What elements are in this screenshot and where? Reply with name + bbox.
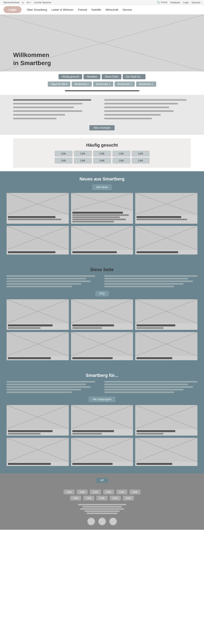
nav-ueber[interactable]: Über Smartberg	[27, 8, 47, 11]
link-row-1: Link Link Link Link Link	[20, 151, 184, 156]
footer: UP Link Link Link Link Link Link Link Li…	[0, 474, 204, 530]
show-all-wrap: Alles Anzeigen	[13, 125, 191, 130]
link-btn-8[interactable]: Link	[93, 158, 111, 164]
news-title-bar	[137, 251, 178, 253]
font-large-link[interactable]: A++	[27, 1, 31, 4]
card-sub-bar	[137, 433, 163, 434]
nav-wirtschaft[interactable]: Wirtschaft	[106, 8, 118, 11]
quicknav-aktuelles[interactable]: Aktuelles	[83, 74, 100, 79]
footer-link-10[interactable]: Link	[110, 496, 121, 500]
quicknav-bm2[interactable]: Bookmark 1	[93, 82, 113, 87]
login-link[interactable]: Login	[183, 1, 189, 4]
card-label-5	[71, 356, 133, 360]
footer-link-row-2: Link Link Link Link Link	[70, 496, 134, 500]
stadtplan-link[interactable]: Stadtplan	[170, 1, 180, 4]
link-btn-1[interactable]: Link	[55, 151, 72, 156]
news-card-image-2	[71, 193, 133, 210]
progress-bar	[65, 90, 139, 91]
quicknav-stadt[interactable]: Die Stadt für...	[123, 74, 146, 79]
text-lines-right	[104, 99, 191, 120]
sprache-link[interactable]: Sprache	[191, 1, 200, 4]
leichte-link[interactable]: Leichte Sprache	[34, 1, 51, 4]
quicknav-haeufig[interactable]: Häufig gesucht	[58, 74, 82, 79]
quicknav-bm1[interactable]: Bookmark 1	[72, 82, 92, 87]
text-lines-left	[13, 99, 100, 120]
top-bar: Barrierefreiheit a- A++ Leichte Sprache …	[0, 0, 204, 5]
card-img-3	[135, 299, 197, 323]
social-circle-2[interactable]	[98, 518, 106, 526]
diese-col-left	[7, 275, 100, 288]
link-btn-4[interactable]: Link	[113, 151, 130, 156]
logo[interactable]: Logo	[4, 6, 22, 13]
quicknav-tipps[interactable]: Tipps für Mich	[48, 82, 70, 87]
alle-news-button[interactable]: Alle News	[92, 184, 112, 190]
card-label-bar	[72, 463, 113, 465]
footer-link-1[interactable]: Link	[64, 490, 74, 494]
progress-bar-wrap	[0, 89, 204, 95]
card-img-2	[71, 299, 133, 323]
card-label-bar	[72, 430, 114, 432]
barriere-link[interactable]: Barrierefreiheit	[4, 1, 19, 4]
quicknav-diese[interactable]: Diese Seite	[102, 74, 121, 79]
news-section: Neues aus Smartberg Alle News	[0, 171, 204, 262]
footer-link-2[interactable]: Link	[77, 490, 88, 494]
line	[104, 389, 184, 390]
nav-service[interactable]: Service	[123, 8, 132, 11]
line	[104, 392, 174, 393]
alle-zg-button[interactable]: Alle Zielgruppen	[89, 397, 115, 402]
link-grid: Link Link Link Link Link Link Link Link …	[20, 151, 184, 164]
hero-section: Willkommen in Smartberg	[0, 15, 204, 72]
line	[13, 118, 57, 119]
card-6	[135, 332, 197, 360]
line	[104, 278, 188, 280]
link-btn-5[interactable]: Link	[132, 151, 149, 156]
link-btn-9[interactable]: Link	[113, 158, 130, 164]
card-label-3	[135, 323, 197, 330]
link-btn-6[interactable]: Link	[55, 158, 72, 164]
footer-link-7[interactable]: Link	[70, 496, 81, 500]
link-btn-3[interactable]: Link	[93, 151, 111, 156]
news-grid-1	[7, 193, 197, 224]
news-title-bar	[8, 216, 55, 218]
link-btn-10[interactable]: Link	[132, 158, 149, 164]
line	[104, 114, 161, 116]
link-btn-2[interactable]: Link	[74, 151, 91, 156]
card-3	[135, 299, 197, 330]
footer-link-5[interactable]: Link	[116, 490, 127, 494]
nav-nothilfe[interactable]: Nothilfe	[91, 8, 101, 11]
show-all-button[interactable]: Alles Anzeigen	[89, 125, 115, 130]
news-card-text-6	[135, 250, 197, 254]
nav-links: Über Smartberg Leben & Wohnen Freizeit N…	[27, 8, 132, 11]
font-small-link[interactable]: a-	[22, 1, 24, 4]
card-label-1	[7, 323, 69, 330]
card-sub-bar	[137, 327, 163, 329]
footer-line	[87, 513, 118, 514]
line	[7, 278, 86, 280]
link-btn-7[interactable]: Link	[74, 158, 91, 164]
zg-card-label-3	[135, 429, 197, 436]
up-button[interactable]: UP	[96, 478, 108, 483]
social-circle-3[interactable]	[109, 518, 117, 526]
footer-link-9[interactable]: Link	[96, 496, 107, 500]
nav-freizeit[interactable]: Freizeit	[78, 8, 87, 11]
zg-card-3	[135, 405, 197, 436]
news-card-3	[135, 193, 197, 224]
quicknav-bm3[interactable]: Bookmark 1	[115, 82, 135, 87]
quicknav-bm4[interactable]: Bookmark 1	[136, 82, 156, 87]
card-label-4	[7, 356, 69, 360]
footer-link-8[interactable]: Link	[83, 496, 94, 500]
line	[7, 392, 72, 393]
social-circle-1[interactable]	[87, 518, 95, 526]
footer-links: Link Link Link Link Link Link Link Link …	[7, 490, 197, 500]
footer-link-4[interactable]: Link	[103, 490, 114, 494]
results-col-left	[13, 99, 100, 122]
footer-link-3[interactable]: Link	[90, 490, 101, 494]
nav-leben[interactable]: Leben & Wohnen	[51, 8, 73, 11]
suche-link[interactable]: 🔍 Suche	[157, 1, 167, 4]
line	[104, 275, 198, 277]
footer-link-6[interactable]: Link	[130, 490, 140, 494]
utility-links: 🔍 Suche Stadtplan Login Sprache	[157, 1, 200, 4]
faq-button[interactable]: FAQ	[95, 291, 108, 296]
news-card-text-3	[135, 215, 197, 222]
footer-link-11[interactable]: Link	[123, 496, 134, 500]
